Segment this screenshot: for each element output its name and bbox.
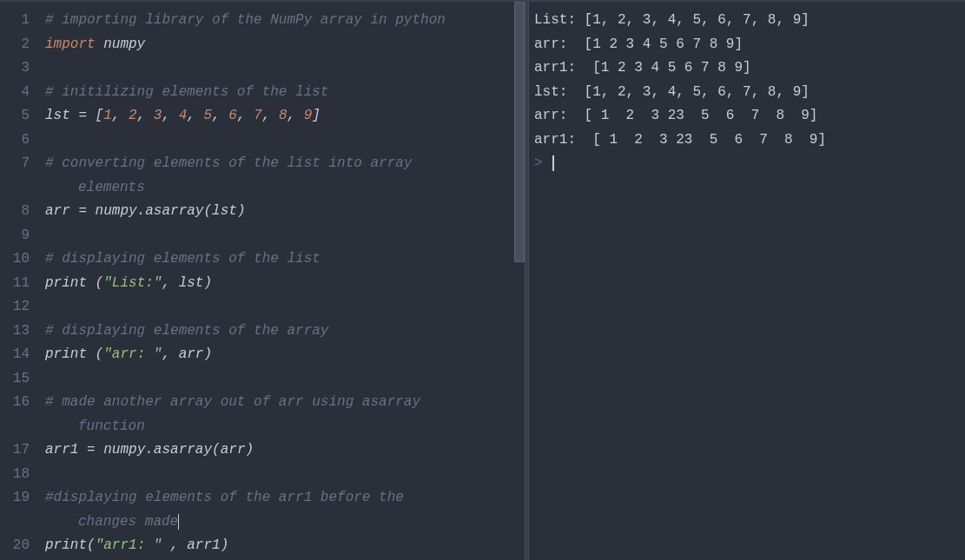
code-line[interactable]: lst = [1, 2, 3, 4, 5, 6, 7, 8, 9] [40,104,525,128]
code-line[interactable]: print("arr1: " , arr1) [40,534,525,558]
terminal-cursor [552,155,554,171]
line-number: 8 [0,200,30,224]
prompt-line[interactable]: > [534,152,960,176]
line-number: 2 [0,33,30,57]
output-pane[interactable]: List: [1, 2, 3, 4, 5, 6, 7, 8, 9]arr: [1… [529,2,965,560]
line-number: 7 [0,152,30,176]
code-line[interactable]: function [40,415,525,439]
code-line[interactable]: print ("List:", lst) [40,272,525,296]
code-line[interactable] [40,367,525,392]
ide-window: 1234567891011121314151617181920 # import… [0,0,965,560]
code-line[interactable]: # importing library of the NumPy array i… [40,9,525,33]
code-line[interactable]: arr = numpy.asarray(lst) [40,200,525,224]
output-line: arr1: [ 1 2 3 23 5 6 7 8 9] [534,128,960,153]
code-line[interactable] [40,56,525,81]
line-number: 10 [0,247,30,272]
code-line[interactable]: elements [40,176,525,201]
line-number: 20 [0,534,30,558]
scrollbar-thumb[interactable] [514,2,525,262]
line-number: 14 [0,343,30,367]
line-number [0,176,30,201]
line-gutter: 1234567891011121314151617181920 [0,2,40,560]
editor-scrollbar[interactable] [512,2,525,560]
line-number [0,415,30,439]
line-number: 6 [0,128,30,153]
text-cursor [178,514,179,530]
code-line[interactable] [40,295,525,320]
code-line[interactable]: # made another array out of arr using as… [40,391,525,415]
code-line[interactable]: # converting elements of the list into a… [40,152,525,176]
line-number: 13 [0,320,30,344]
output-line: arr1: [1 2 3 4 5 6 7 8 9] [534,56,960,81]
line-number [0,511,30,535]
line-number: 15 [0,367,30,392]
code-line[interactable]: import numpy [40,33,525,57]
code-line[interactable]: print ("arr: ", arr) [40,343,525,367]
line-number: 5 [0,104,30,128]
line-number: 3 [0,56,30,81]
line-number: 16 [0,391,30,415]
line-number: 9 [0,224,30,248]
code-line[interactable]: arr1 = numpy.asarray(arr) [40,438,525,463]
line-number: 4 [0,81,30,105]
line-number: 17 [0,438,30,463]
code-line[interactable] [40,128,525,153]
output-line: arr: [ 1 2 3 23 5 6 7 8 9] [534,104,960,128]
line-number: 19 [0,486,30,511]
output-line: arr: [1 2 3 4 5 6 7 8 9] [534,33,960,57]
code-line[interactable]: # initilizing elements of the list [40,81,525,105]
code-line[interactable]: # displaying elements of the list [40,247,525,272]
code-line[interactable]: # displaying elements of the array [40,320,525,344]
code-area[interactable]: # importing library of the NumPy array i… [40,2,525,560]
code-line[interactable] [40,224,525,248]
code-line[interactable]: changes made [40,511,525,535]
line-number: 12 [0,295,30,320]
output-line: List: [1, 2, 3, 4, 5, 6, 7, 8, 9] [534,9,960,33]
line-number: 11 [0,272,30,296]
code-line[interactable] [40,463,525,487]
output-line: lst: [1, 2, 3, 4, 5, 6, 7, 8, 9] [534,81,960,105]
editor-pane[interactable]: 1234567891011121314151617181920 # import… [0,2,525,560]
line-number: 1 [0,9,30,33]
code-line[interactable]: #displaying elements of the arr1 before … [40,486,525,511]
line-number: 18 [0,463,30,487]
